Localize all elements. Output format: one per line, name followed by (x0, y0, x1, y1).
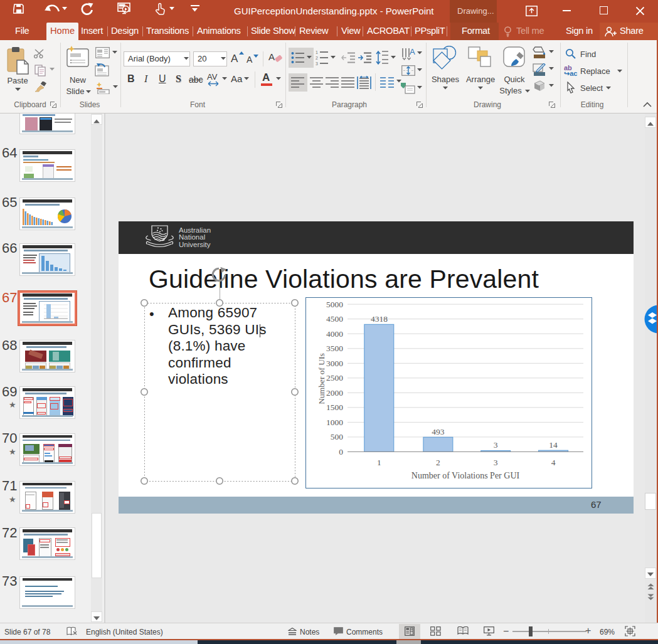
svg-text:2: 2 (436, 458, 440, 467)
svg-text:14: 14 (549, 440, 558, 450)
svg-text:1: 1 (377, 458, 381, 467)
svg-text:500: 500 (331, 432, 344, 441)
svg-text:3: 3 (494, 440, 498, 450)
svg-text:Number of Violations Per GUI: Number of Violations Per GUI (411, 471, 520, 480)
svg-text:1: 1 (316, 50, 318, 55)
svg-text:0: 0 (339, 446, 343, 456)
svg-text:2000: 2000 (326, 388, 343, 397)
svg-text:3000: 3000 (326, 358, 343, 367)
svg-text:Number of UIs: Number of UIs (317, 353, 326, 404)
svg-text:1500: 1500 (326, 403, 343, 412)
svg-text:1000: 1000 (326, 417, 343, 426)
svg-text:2500: 2500 (326, 373, 343, 383)
svg-text:5000: 5000 (326, 299, 343, 309)
svg-text:3500: 3500 (326, 344, 343, 353)
svg-text:3: 3 (316, 61, 318, 66)
svg-text:493: 493 (432, 427, 445, 436)
svg-text:A: A (410, 47, 415, 56)
svg-text:4000: 4000 (326, 329, 343, 338)
svg-text:3: 3 (494, 458, 498, 467)
svg-text:4500: 4500 (326, 314, 343, 324)
svg-text:2: 2 (316, 56, 318, 60)
svg-text:4318: 4318 (371, 314, 388, 324)
svg-text:4: 4 (551, 458, 556, 467)
